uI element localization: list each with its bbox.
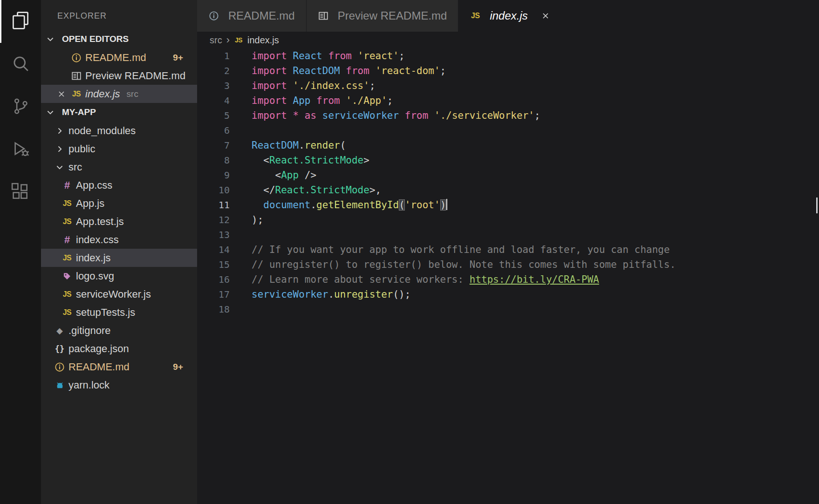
code-line-4[interactable]: 4import App from './App'; [197, 93, 819, 108]
code-token: ( [399, 199, 405, 211]
activity-item-extensions[interactable] [0, 171, 41, 214]
tree-item-label: public [68, 143, 95, 155]
code-token: ; [534, 110, 540, 121]
close-icon[interactable] [541, 11, 550, 20]
markdown-preview-icon [71, 71, 82, 81]
js-icon: JS [234, 36, 243, 44]
code-token: import [252, 95, 293, 106]
activity-item-source-control[interactable] [0, 86, 41, 129]
code-token: ; [399, 50, 405, 61]
markdown-icon [208, 11, 219, 21]
code-line-11[interactable]: 11 document.getElementById('root') [197, 198, 819, 212]
code-token: React.StrictMode [269, 155, 363, 166]
workspace-header[interactable]: MY-APP [41, 103, 197, 122]
code-line-1[interactable]: 1import React from 'react'; [197, 48, 819, 63]
code-token: as [305, 110, 322, 121]
breadcrumb-segment[interactable]: src [210, 35, 222, 46]
code-content: import React from 'react'; [252, 48, 405, 63]
code-line-18[interactable]: 18 [197, 302, 819, 317]
source-control-icon [11, 96, 30, 118]
files-icon [10, 10, 31, 33]
tree-item-package-json[interactable]: {}package.json [41, 340, 197, 358]
code-token: './App' [346, 95, 387, 106]
tab-bar-filler [562, 0, 819, 32]
code-line-6[interactable]: 6 [197, 123, 819, 138]
tree-item-logo-svg[interactable]: logo.svg [41, 267, 197, 285]
code-token: from [328, 50, 357, 61]
problems-badge: 9+ [173, 362, 183, 372]
close-icon[interactable] [56, 89, 67, 99]
code-line-14[interactable]: 14// If you want your app to work offlin… [197, 242, 819, 257]
tree-item-public[interactable]: public [41, 140, 197, 158]
tree-item-label: yarn.lock [68, 379, 109, 391]
code-content: import ReactDOM from 'react-dom'; [252, 63, 446, 78]
tree-item-index-css[interactable]: #index.css [41, 231, 197, 249]
code-content: serviceWorker.unregister(); [252, 287, 410, 302]
css-icon: # [61, 179, 73, 191]
code-lines: 1import React from 'react';2import React… [197, 48, 819, 317]
markdown-icon [71, 53, 82, 63]
json-icon: {} [54, 344, 65, 354]
tab-readme-md[interactable]: README.md [197, 0, 307, 32]
activity-item-explorer[interactable] [0, 0, 41, 43]
code-line-2[interactable]: 2import ReactDOM from 'react-dom'; [197, 63, 819, 78]
tree-item-src[interactable]: src [41, 158, 197, 176]
code-token: < [252, 155, 269, 166]
activity-item-search[interactable] [0, 43, 41, 86]
code-token: React [293, 50, 328, 61]
code-editor[interactable]: 1import React from 'react';2import React… [197, 48, 819, 504]
tree-item-label: .gitignore [68, 325, 111, 337]
code-token: './index.css' [293, 80, 369, 91]
code-line-5[interactable]: 5import * as serviceWorker from './servi… [197, 108, 819, 123]
js-icon: JS [61, 308, 73, 317]
open-editor-readme-md[interactable]: README.md9+ [41, 48, 197, 67]
js-icon: JS [61, 199, 73, 208]
tree-item-app-css[interactable]: #App.css [41, 176, 197, 194]
text-cursor [446, 199, 447, 210]
tree-item-app-test-js[interactable]: JSApp.test.js [41, 212, 197, 231]
markdown-preview-icon [318, 11, 329, 21]
code-line-10[interactable]: 10 </React.StrictMode>, [197, 183, 819, 198]
code-line-7[interactable]: 7ReactDOM.render( [197, 138, 819, 153]
open-editor-preview-readme-md[interactable]: Preview README.md [41, 67, 197, 85]
tree-item-label: index.js [76, 252, 111, 264]
code-line-8[interactable]: 8 <React.StrictMode> [197, 153, 819, 168]
code-token: >, [369, 184, 381, 196]
code-line-13[interactable]: 13 [197, 227, 819, 242]
tree-item-serviceworker-js[interactable]: JSserviceWorker.js [41, 285, 197, 303]
tree-item-index-js[interactable]: JSindex.js [41, 249, 197, 267]
line-number: 11 [197, 198, 230, 212]
code-token: unregister [334, 289, 393, 300]
tree-item-yarn-lock[interactable]: yarn.lock [41, 376, 197, 394]
code-line-3[interactable]: 3import './index.css'; [197, 78, 819, 93]
breadcrumb-file[interactable]: index.js [247, 35, 279, 46]
code-line-17[interactable]: 17serviceWorker.unregister(); [197, 287, 819, 302]
yarn-icon [54, 380, 65, 390]
js-icon: JS [61, 290, 73, 299]
code-token: from [405, 110, 434, 121]
code-line-16[interactable]: 16// Learn more about service workers: h… [197, 272, 819, 287]
tree-item-readme-md[interactable]: README.md9+ [41, 358, 197, 376]
code-token: render [305, 140, 340, 151]
tree-item--gitignore[interactable]: ◆.gitignore [41, 321, 197, 340]
tab-preview-readme-md[interactable]: Preview README.md [307, 0, 459, 32]
code-token: ReactDOM [252, 140, 299, 151]
code-token: from [346, 65, 375, 76]
code-line-12[interactable]: 12); [197, 212, 819, 227]
code-line-15[interactable]: 15// unregister() to register() below. N… [197, 257, 819, 272]
open-editors-header[interactable]: OPEN EDITORS [41, 30, 197, 48]
activity-item-run-debug[interactable] [0, 129, 41, 171]
tree-item-app-js[interactable]: JSApp.js [41, 194, 197, 212]
tab-index-js[interactable]: JSindex.js [458, 0, 561, 32]
tree-item-node-modules[interactable]: node_modules [41, 122, 197, 140]
code-token: /> [299, 170, 316, 181]
code-content: import './index.css'; [252, 78, 375, 93]
tree-item-setuptests-js[interactable]: JSsetupTests.js [41, 303, 197, 321]
code-line-9[interactable]: 9 <App /> [197, 168, 819, 183]
line-number: 13 [197, 227, 230, 242]
open-editor-index-js[interactable]: JSindex.jssrc [41, 85, 197, 103]
line-number: 8 [197, 153, 230, 168]
chev-right-icon [54, 126, 65, 136]
code-token: // If you want your app to work offline … [252, 244, 670, 255]
code-content: document.getElementById('root') [252, 198, 447, 212]
